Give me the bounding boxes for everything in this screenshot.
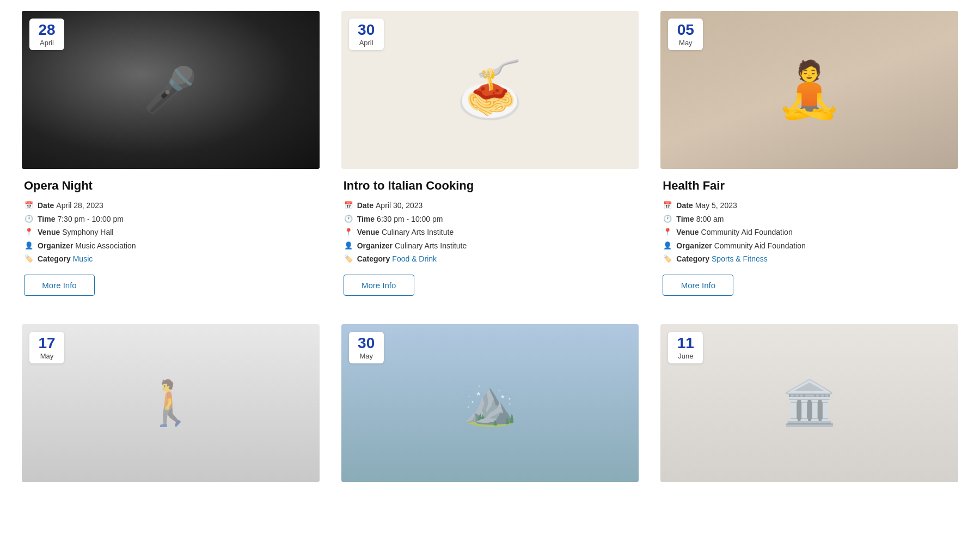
meta-category: Category Music [24, 254, 317, 265]
time-label: Time [357, 214, 375, 225]
time-value: 7:30 pm - 10:00 pm [57, 214, 123, 225]
date-value: April 28, 2023 [56, 200, 103, 211]
organizer-label: Organizer [38, 241, 73, 252]
event-image-italian-cooking: 30 April [341, 11, 639, 169]
date-badge-italian-cooking: 30 April [349, 19, 384, 50]
meta-venue: Venue Culinary Arts Institute [344, 227, 637, 238]
event-card-4: 17 May [22, 324, 320, 482]
clock-icon [663, 214, 672, 224]
user-icon [24, 241, 34, 251]
flag-icon [24, 254, 34, 264]
date-day: 30 [357, 335, 376, 352]
event-image-health-fair: 05 May [660, 11, 958, 169]
event-photo [22, 11, 320, 169]
event-title: Health Fair [663, 179, 956, 193]
pin-icon [24, 227, 34, 237]
clock-icon [24, 214, 34, 224]
event-photo [22, 324, 320, 482]
event-card-6: 11 June [660, 324, 958, 482]
venue-label: Venue [38, 227, 60, 238]
meta-category: Category Food & Drink [344, 254, 637, 265]
event-card-opera-night: 28 April Opera Night Date April 28, 2023… [22, 11, 320, 302]
date-value: April 30, 2023 [376, 200, 422, 211]
event-photo [660, 324, 958, 482]
category-link[interactable]: Sports & Fitness [712, 254, 768, 265]
event-title: Opera Night [24, 179, 317, 193]
date-value: May 5, 2023 [695, 200, 737, 211]
date-day: 11 [676, 335, 695, 352]
event-meta: Date April 28, 2023 Time 7:30 pm - 10:00… [24, 200, 317, 265]
more-info-button[interactable]: More Info [24, 275, 95, 296]
event-card-italian-cooking: 30 April Intro to Italian Cooking Date A… [341, 11, 639, 302]
event-photo [341, 324, 639, 482]
category-link[interactable]: Music [73, 254, 93, 265]
calendar-icon [344, 200, 353, 210]
category-link[interactable]: Food & Drink [392, 254, 437, 265]
meta-date: Date April 30, 2023 [344, 200, 637, 211]
date-day: 30 [357, 22, 376, 39]
time-value: 6:30 pm - 10:00 pm [377, 214, 443, 225]
venue-label: Venue [676, 227, 699, 238]
time-label: Time [38, 214, 55, 225]
flag-icon [663, 254, 672, 264]
event-image-4: 17 May [22, 324, 320, 482]
date-label: Date [38, 200, 54, 211]
venue-value: Culinary Arts Institute [382, 227, 454, 238]
organizer-value: Music Association [75, 241, 136, 252]
date-badge-opera-night: 28 April [29, 19, 64, 50]
organizer-value: Community Aid Foundation [714, 241, 806, 252]
meta-category: Category Sports & Fitness [663, 254, 956, 265]
event-meta: Date April 30, 2023 Time 6:30 pm - 10:00… [344, 200, 637, 265]
more-info-button[interactable]: More Info [663, 275, 733, 296]
date-day: 05 [676, 22, 695, 39]
meta-organizer: Organizer Community Aid Foundation [663, 241, 956, 252]
meta-date: Date May 5, 2023 [663, 200, 956, 211]
card-body: Intro to Italian Cooking Date April 30, … [341, 169, 639, 302]
event-photo [341, 11, 639, 169]
meta-time: Time 6:30 pm - 10:00 pm [344, 214, 637, 225]
meta-organizer: Organizer Music Association [24, 241, 317, 252]
meta-organizer: Organizer Culinary Arts Institute [344, 241, 637, 252]
category-label: Category [676, 254, 709, 265]
date-day: 17 [37, 335, 57, 352]
time-label: Time [676, 214, 694, 225]
organizer-label: Organizer [676, 241, 712, 252]
date-month: April [37, 39, 57, 47]
calendar-icon [24, 200, 34, 210]
organizer-label: Organizer [357, 241, 393, 252]
date-month: May [37, 352, 57, 361]
event-meta: Date May 5, 2023 Time 8:00 am Venue Comm… [663, 200, 956, 265]
meta-time: Time 7:30 pm - 10:00 pm [24, 214, 317, 225]
events-grid: 28 April Opera Night Date April 28, 2023… [22, 11, 958, 482]
clock-icon [344, 214, 353, 224]
time-value: 8:00 am [696, 214, 724, 225]
venue-value: Symphony Hall [62, 227, 113, 238]
date-month: May [357, 352, 376, 361]
card-body: Opera Night Date April 28, 2023 Time 7:3… [22, 169, 320, 302]
card-body: Health Fair Date May 5, 2023 Time 8:00 a… [660, 169, 958, 302]
more-info-button[interactable]: More Info [344, 275, 414, 296]
calendar-icon [663, 200, 672, 210]
event-photo [660, 11, 958, 169]
meta-time: Time 8:00 am [663, 214, 956, 225]
user-icon [663, 241, 672, 251]
organizer-value: Culinary Arts Institute [395, 241, 467, 252]
date-month: May [676, 39, 695, 47]
category-label: Category [357, 254, 390, 265]
flag-icon [344, 254, 353, 264]
event-image-opera-night: 28 April [22, 11, 320, 169]
event-title: Intro to Italian Cooking [344, 179, 637, 193]
user-icon [344, 241, 353, 251]
date-badge-4: 17 May [29, 332, 64, 363]
event-image-5: 30 May [341, 324, 639, 482]
date-badge-6: 11 June [668, 332, 703, 363]
date-label: Date [357, 200, 373, 211]
date-badge-health-fair: 05 May [668, 19, 703, 50]
pin-icon [663, 227, 672, 237]
event-card-health-fair: 05 May Health Fair Date May 5, 2023 Time… [660, 11, 958, 302]
meta-venue: Venue Symphony Hall [24, 227, 317, 238]
category-label: Category [38, 254, 71, 265]
event-card-5: 30 May [341, 324, 639, 482]
date-month: April [357, 39, 376, 47]
date-label: Date [676, 200, 693, 211]
